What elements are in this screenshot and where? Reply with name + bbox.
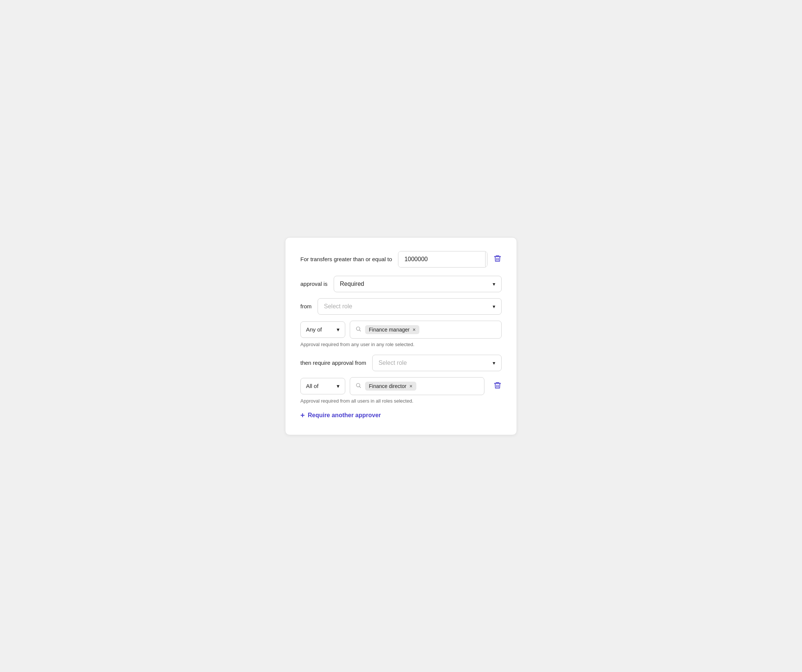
approval-is-value: Required xyxy=(340,281,364,287)
any-of-search-icon xyxy=(356,326,361,334)
all-of-chevron: ▾ xyxy=(337,383,340,390)
all-of-hint: Approval required from all users in all … xyxy=(301,398,501,404)
approval-card: For transfers greater than or equal to A… xyxy=(285,237,517,435)
from-row: from Select role ▾ xyxy=(301,298,501,315)
then-require-placeholder: Select role xyxy=(378,359,407,366)
any-of-tag: Finance manager × xyxy=(365,325,419,334)
any-of-chevron: ▾ xyxy=(337,326,340,333)
all-of-outer-row: All of ▾ Finance director × xyxy=(301,377,501,395)
delete-all-of-button[interactable] xyxy=(493,381,501,391)
approval-is-chevron: ▾ xyxy=(493,281,495,287)
any-of-label: Any of xyxy=(306,326,322,333)
approval-is-select[interactable]: Required ▾ xyxy=(334,276,501,292)
plus-icon: + xyxy=(301,411,305,420)
all-of-label: All of xyxy=(306,383,319,389)
any-of-tag-label: Finance manager xyxy=(369,327,410,333)
any-of-row: Any of ▾ Finance manager × xyxy=(301,321,501,338)
then-require-label: then require approval from xyxy=(301,359,366,366)
from-placeholder: Select role xyxy=(324,303,352,310)
then-require-select[interactable]: Select role ▾ xyxy=(372,355,501,371)
transfer-currency: AUD xyxy=(485,251,487,267)
from-chevron: ▾ xyxy=(493,303,495,309)
all-of-select[interactable]: All of ▾ xyxy=(301,378,345,394)
add-approver-label: Require another approver xyxy=(308,412,381,419)
transfer-row: For transfers greater than or equal to A… xyxy=(301,251,501,267)
all-of-tag-remove[interactable]: × xyxy=(409,384,412,389)
from-select[interactable]: Select role ▾ xyxy=(318,298,501,315)
all-of-tag: Finance director × xyxy=(365,382,416,390)
all-of-tag-label: Finance director xyxy=(369,383,406,389)
add-approver-button[interactable]: + Require another approver xyxy=(301,411,381,420)
any-of-select[interactable]: Any of ▾ xyxy=(301,321,345,338)
all-of-row: All of ▾ Finance director × xyxy=(301,377,484,395)
any-of-search-box[interactable]: Finance manager × xyxy=(350,321,501,338)
transfer-label: For transfers greater than or equal to xyxy=(301,256,392,262)
all-of-search-icon xyxy=(356,382,361,390)
approval-is-row: approval is Required ▾ xyxy=(301,276,501,292)
then-require-row: then require approval from Select role ▾ xyxy=(301,355,501,371)
transfer-amount-input[interactable] xyxy=(398,251,485,267)
any-of-tag-remove[interactable]: × xyxy=(412,327,416,332)
then-require-chevron: ▾ xyxy=(493,360,495,366)
delete-transfer-button[interactable] xyxy=(493,254,501,264)
approval-is-label: approval is xyxy=(301,281,328,287)
from-label: from xyxy=(301,303,312,309)
transfer-input-group: AUD xyxy=(398,251,487,267)
all-of-search-box[interactable]: Finance director × xyxy=(350,377,484,395)
any-of-hint: Approval required from any user in any r… xyxy=(301,342,501,347)
